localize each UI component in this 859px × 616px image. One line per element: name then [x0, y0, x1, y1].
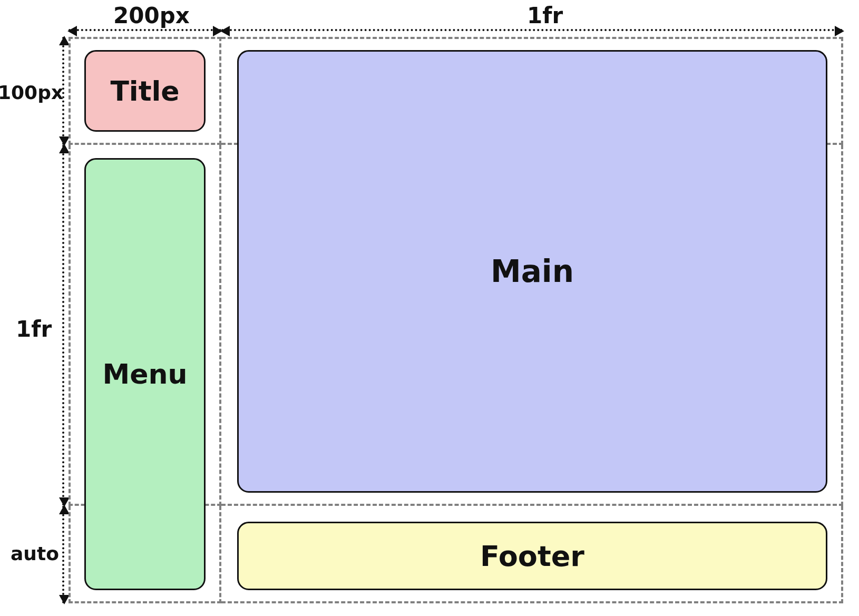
- title-region-label: Title: [110, 75, 179, 107]
- row-3-dimension-label: auto: [11, 543, 59, 564]
- title-region: Title: [84, 50, 206, 132]
- footer-region: Footer: [237, 522, 827, 590]
- row-3-dimension-line: [62, 506, 64, 603]
- grid-area: Title Menu Main Footer: [69, 37, 843, 603]
- row-2-dimension-line: [62, 145, 64, 506]
- main-region: Main: [237, 50, 827, 493]
- col-2-dimension-line: [221, 29, 843, 31]
- grid-layout-diagram: 200px 1fr 100px 1fr auto Title Menu Main…: [0, 0, 859, 616]
- row-1-dimension-line: [62, 37, 64, 145]
- menu-region: Menu: [84, 158, 206, 590]
- menu-region-label: Menu: [102, 358, 187, 390]
- main-region-label: Main: [491, 253, 574, 289]
- col-1-dimension-label: 200px: [113, 3, 190, 28]
- row-1-dimension-label: 100px: [0, 82, 63, 103]
- col-1-dimension-line: [69, 29, 221, 31]
- footer-region-label: Footer: [480, 540, 584, 573]
- col-2-dimension-label: 1fr: [527, 3, 563, 28]
- row-2-dimension-label: 1fr: [16, 316, 52, 342]
